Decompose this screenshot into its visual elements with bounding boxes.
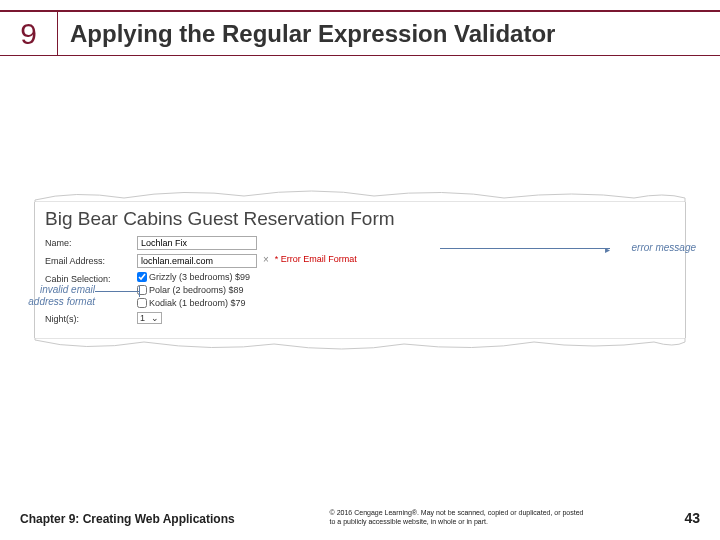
callout-left-tick [139,286,140,297]
page-number: 43 [684,510,700,526]
input-email[interactable] [137,254,257,268]
cabin-grizzly[interactable]: Grizzly (3 bedrooms) $99 [137,272,250,282]
slide-header: 9 Applying the Regular Expression Valida… [0,10,720,56]
callout-right-line [440,248,610,249]
copyright-text: © 2016 Cengage Learning®. May not be sca… [330,508,590,526]
row-nights: Night(s): 1 ⌄ [45,312,675,324]
label-nights: Night(s): [45,312,137,324]
cabin-polar[interactable]: Polar (2 bedrooms) $89 [137,285,250,295]
cabin-options: Grizzly (3 bedrooms) $99 Polar (2 bedroo… [137,272,250,308]
label-email: Email Address: [45,254,137,266]
select-nights[interactable]: 1 ⌄ [137,312,162,324]
clear-icon[interactable]: × [257,254,275,265]
select-nights-value: 1 [140,313,145,323]
chapter-number: 9 [20,17,37,51]
callout-error-message: error message [632,242,696,253]
callout-invalid-email: invalid email address format [0,284,95,308]
label-name: Name: [45,236,137,248]
torn-edge-top [34,186,686,202]
slide-title: Applying the Regular Expression Validato… [58,20,555,48]
cabin-kodiak[interactable]: Kodiak (1 bedroom) $79 [137,298,250,308]
chapter-number-box: 9 [0,12,58,55]
chevron-down-icon: ⌄ [151,313,159,323]
row-email: Email Address: × * Error Email Format [45,254,675,268]
arrow-right-icon: ▸ [605,244,610,255]
input-name[interactable] [137,236,257,250]
torn-edge-bottom [34,338,686,354]
checkbox-kodiak[interactable] [137,298,147,308]
figure-screenshot: Big Bear Cabins Guest Reservation Form N… [34,186,686,354]
callout-left-line [95,291,140,292]
checkbox-grizzly[interactable] [137,272,147,282]
label-cabin: Cabin Selection: [45,272,137,284]
form-title: Big Bear Cabins Guest Reservation Form [45,208,675,230]
error-message-text: * Error Email Format [275,254,357,264]
form-panel: Big Bear Cabins Guest Reservation Form N… [34,202,686,338]
slide-footer: Chapter 9: Creating Web Applications © 2… [20,508,700,526]
chapter-label: Chapter 9: Creating Web Applications [20,512,235,526]
